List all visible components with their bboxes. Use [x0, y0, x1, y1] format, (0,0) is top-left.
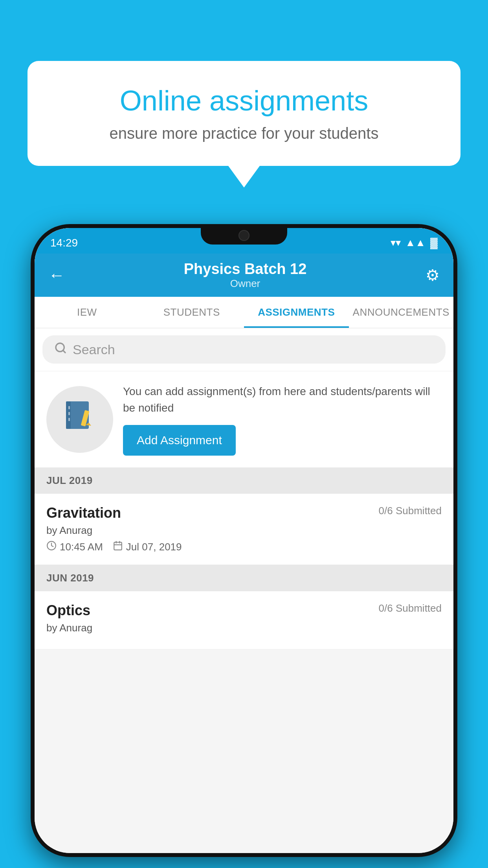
phone-screen: 14:29 ▾▾ ▲▲ ▓ ← Physics Batch 12 Owner ⚙ [35, 228, 453, 853]
search-container: Search [35, 328, 453, 371]
phone-notch [201, 224, 287, 245]
month-header-jun: JUN 2019 [35, 565, 453, 591]
status-time: 14:29 [50, 237, 78, 249]
svg-rect-11 [114, 542, 122, 550]
battery-icon: ▓ [430, 237, 438, 249]
promo-icon-circle [46, 386, 113, 453]
header-title: Physics Batch 12 [65, 261, 426, 278]
assignment-item-gravitation[interactable]: Gravitation 0/6 Submitted by Anurag [35, 494, 453, 565]
header-title-container: Physics Batch 12 Owner [65, 261, 426, 290]
promo-card: You can add assignment(s) from here and … [35, 371, 453, 467]
assignment-by-optics: by Anurag [46, 622, 442, 634]
tabs-container: IEW STUDENTS ASSIGNMENTS ANNOUNCEMENTS [35, 297, 453, 328]
wifi-icon: ▾▾ [391, 237, 401, 249]
app-header: ← Physics Batch 12 Owner ⚙ [35, 254, 453, 297]
assignment-by-gravitation: by Anurag [46, 524, 442, 537]
assignment-submitted-gravitation: 0/6 Submitted [379, 505, 442, 517]
svg-rect-3 [66, 401, 71, 429]
search-icon [54, 342, 67, 357]
clock-icon [46, 541, 57, 554]
promo-content: You can add assignment(s) from here and … [123, 383, 442, 456]
assignment-date-gravitation: Jul 07, 2019 [113, 541, 182, 554]
speech-bubble-subtitle: ensure more practice for your students [59, 125, 429, 142]
speech-bubble-container: Online assignments ensure more practice … [28, 61, 460, 188]
promo-icon [62, 398, 97, 441]
promo-text: You can add assignment(s) from here and … [123, 383, 442, 416]
settings-icon[interactable]: ⚙ [426, 266, 440, 284]
assignment-row-top: Gravitation 0/6 Submitted [46, 505, 442, 521]
assignment-name-gravitation: Gravitation [46, 505, 121, 521]
signal-icon: ▲▲ [405, 237, 426, 249]
speech-bubble-title: Online assignments [59, 85, 429, 117]
screen-content: 14:29 ▾▾ ▲▲ ▓ ← Physics Batch 12 Owner ⚙ [35, 228, 453, 853]
assignment-meta-gravitation: 10:45 AM Jul 07, 201 [46, 541, 442, 554]
status-icons: ▾▾ ▲▲ ▓ [391, 237, 438, 249]
back-button[interactable]: ← [48, 266, 65, 285]
svg-rect-6 [68, 418, 70, 421]
phone-frame: 14:29 ▾▾ ▲▲ ▓ ← Physics Batch 12 Owner ⚙ [31, 224, 457, 857]
phone-camera [238, 230, 250, 241]
tab-announcements[interactable]: ANNOUNCEMENTS [349, 297, 454, 328]
calendar-icon [113, 541, 123, 554]
search-bar[interactable]: Search [42, 335, 446, 364]
tab-iew[interactable]: IEW [35, 297, 139, 328]
assignment-item-optics[interactable]: Optics 0/6 Submitted by Anurag [35, 591, 453, 649]
tab-students[interactable]: STUDENTS [139, 297, 244, 328]
speech-bubble: Online assignments ensure more practice … [28, 61, 460, 166]
header-subtitle: Owner [65, 278, 426, 290]
search-input-placeholder: Search [73, 342, 115, 357]
speech-bubble-arrow [228, 166, 260, 188]
tab-assignments[interactable]: ASSIGNMENTS [244, 297, 349, 328]
assignment-submitted-optics: 0/6 Submitted [379, 602, 442, 614]
svg-rect-4 [68, 406, 70, 409]
assignment-time-gravitation: 10:45 AM [46, 541, 103, 554]
month-header-jul: JUL 2019 [35, 467, 453, 494]
assignment-name-optics: Optics [46, 602, 90, 619]
assignment-row-top-optics: Optics 0/6 Submitted [46, 602, 442, 619]
svg-rect-5 [68, 412, 70, 415]
scrollable-content: Search [35, 328, 453, 853]
add-assignment-button[interactable]: Add Assignment [123, 425, 236, 456]
svg-line-1 [63, 350, 65, 353]
